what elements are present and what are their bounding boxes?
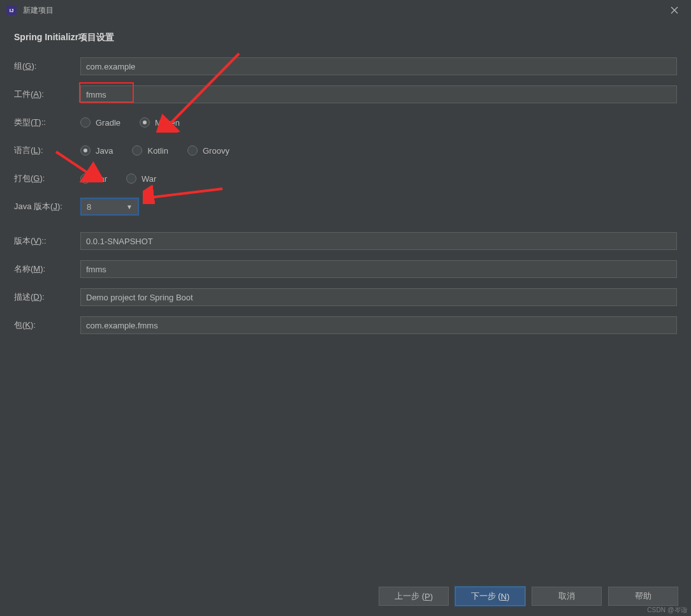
row-version: 版本(V):: <box>14 232 677 250</box>
radio-type-gradle[interactable]: Gradle <box>80 117 120 128</box>
input-version[interactable] <box>80 232 677 250</box>
row-type: 类型(T):: Gradle Maven <box>14 114 677 131</box>
cancel-button[interactable]: 取消 <box>532 587 602 606</box>
radio-packaging-war[interactable]: War <box>126 173 156 184</box>
label-java-version: Java 版本(J): <box>14 201 80 212</box>
radio-language-kotlin[interactable]: Kotlin <box>132 145 168 156</box>
label-package: 包(K): <box>14 319 80 331</box>
input-artifact[interactable] <box>80 85 677 103</box>
label-description: 描述(D): <box>14 291 80 303</box>
close-icon <box>671 6 678 14</box>
artifact-highlight <box>79 82 134 103</box>
radio-type-maven[interactable]: Maven <box>140 117 180 128</box>
combobox-value: 8 <box>87 202 91 212</box>
radio-label: Kotlin <box>147 146 168 156</box>
label-artifact: 工件(A): <box>14 89 80 100</box>
input-group[interactable] <box>80 57 677 75</box>
input-description[interactable] <box>80 288 677 306</box>
label-name: 名称(M): <box>14 263 80 275</box>
help-button[interactable]: 帮助 <box>608 587 678 606</box>
svg-text:IJ: IJ <box>10 8 14 13</box>
input-package[interactable] <box>80 316 677 334</box>
radio-icon <box>132 145 142 156</box>
row-package: 包(K): <box>14 316 677 334</box>
row-description: 描述(D): <box>14 288 677 306</box>
radio-icon <box>126 173 136 184</box>
next-button[interactable]: 下一步 (N) <box>455 587 525 606</box>
window-title: 新建项目 <box>23 5 54 16</box>
titlebar: IJ 新建项目 <box>0 0 691 20</box>
row-packaging: 打包(G): Jar War <box>14 170 677 187</box>
button-bar: 上一步 (P) 下一步 (N) 取消 帮助 <box>0 580 691 612</box>
app-icon: IJ <box>6 5 17 15</box>
label-packaging: 打包(G): <box>14 173 80 184</box>
radio-language-groovy[interactable]: Groovy <box>187 145 229 156</box>
label-version: 版本(V):: <box>14 235 80 247</box>
radio-label: Java <box>96 146 113 156</box>
radio-icon <box>80 117 91 128</box>
radio-icon <box>80 173 91 184</box>
chevron-down-icon: ▼ <box>126 203 133 210</box>
combobox-java-version[interactable]: 8 ▼ <box>80 198 139 216</box>
input-name[interactable] <box>80 260 677 278</box>
section-title: Spring Initializr项目设置 <box>14 32 677 43</box>
row-java-version: Java 版本(J): 8 ▼ <box>14 198 677 216</box>
close-button[interactable] <box>663 1 686 19</box>
row-name: 名称(M): <box>14 260 677 278</box>
row-group: 组(G): <box>14 57 677 75</box>
radio-packaging-jar[interactable]: Jar <box>80 173 107 184</box>
radio-label: Jar <box>96 174 107 184</box>
label-language: 语言(L): <box>14 145 80 156</box>
radio-language-java[interactable]: Java <box>80 145 113 156</box>
radio-label: War <box>142 174 156 184</box>
row-language: 语言(L): Java Kotlin Groovy <box>14 142 677 159</box>
radio-label: Groovy <box>203 146 229 156</box>
row-artifact: 工件(A): <box>14 85 677 103</box>
label-group: 组(G): <box>14 61 80 72</box>
radio-label: Gradle <box>96 118 120 128</box>
radio-icon <box>140 117 150 128</box>
radio-icon <box>187 145 198 156</box>
label-type: 类型(T):: <box>14 117 80 128</box>
radio-icon <box>80 145 91 156</box>
previous-button[interactable]: 上一步 (P) <box>379 587 449 606</box>
radio-label: Maven <box>155 118 180 128</box>
